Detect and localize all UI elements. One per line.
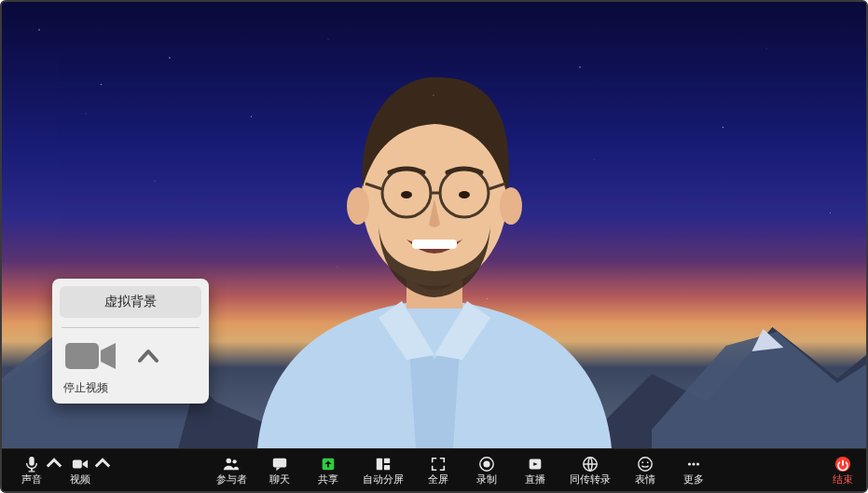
svg-point-5 xyxy=(401,191,412,199)
share-label: 共享 xyxy=(318,474,338,485)
svg-point-1 xyxy=(347,187,369,225)
video-label: 视频 xyxy=(70,474,90,485)
svg-rect-11 xyxy=(28,471,34,472)
svg-rect-10 xyxy=(31,469,33,472)
fullscreen-label: 全屏 xyxy=(428,474,448,485)
camera-icon[interactable] xyxy=(65,339,117,373)
toolbar: 声音 视频 参与者 聊天 共享 自动分 xyxy=(2,448,866,491)
participants-label: 参与者 xyxy=(216,474,247,485)
svg-point-14 xyxy=(232,459,236,463)
svg-rect-8 xyxy=(65,343,99,369)
chevron-up-icon[interactable] xyxy=(93,455,103,464)
auto-layout-label: 自动分屏 xyxy=(363,474,404,485)
video-area: 虚拟背景 停止视频 xyxy=(2,2,866,448)
toolbar-center: 参与者 聊天 共享 自动分屏 全屏 录制 xyxy=(207,449,718,491)
virtual-background-button[interactable]: 虚拟背景 xyxy=(60,286,201,318)
svg-point-28 xyxy=(692,462,695,465)
svg-rect-7 xyxy=(412,240,457,249)
more-button[interactable]: 更多 xyxy=(669,449,718,491)
svg-point-4 xyxy=(440,169,489,217)
svg-rect-9 xyxy=(29,457,34,466)
auto-layout-button[interactable]: 自动分屏 xyxy=(352,449,414,491)
share-button[interactable]: 共享 xyxy=(304,449,352,491)
record-label: 录制 xyxy=(476,474,497,485)
svg-rect-12 xyxy=(73,460,82,469)
svg-point-21 xyxy=(483,460,489,467)
interpretation-button[interactable]: 同传转录 xyxy=(559,449,621,491)
chevron-up-icon[interactable] xyxy=(138,346,158,366)
svg-point-27 xyxy=(688,462,691,465)
svg-point-13 xyxy=(227,459,231,463)
video-submenu: 虚拟背景 停止视频 xyxy=(52,279,209,404)
live-label: 直播 xyxy=(525,474,545,485)
end-label: 结束 xyxy=(833,474,853,485)
svg-rect-18 xyxy=(384,459,390,463)
live-button[interactable]: 直播 xyxy=(511,449,559,491)
end-button[interactable]: 结束 xyxy=(820,449,865,491)
svg-point-24 xyxy=(639,458,652,471)
interpretation-label: 同传转录 xyxy=(570,474,611,485)
participants-button[interactable]: 参与者 xyxy=(207,449,255,491)
menu-divider xyxy=(62,327,200,328)
svg-rect-19 xyxy=(384,465,390,470)
audio-label: 声音 xyxy=(21,474,42,485)
svg-rect-17 xyxy=(377,459,382,471)
fullscreen-button[interactable]: 全屏 xyxy=(414,449,462,491)
background-mountains xyxy=(2,290,866,448)
svg-point-6 xyxy=(459,191,470,199)
toolbar-right: 结束 xyxy=(820,449,865,491)
svg-point-3 xyxy=(382,169,431,217)
svg-point-2 xyxy=(500,187,522,225)
participant-video xyxy=(220,20,649,448)
stop-video-label: 停止视频 xyxy=(60,380,201,396)
svg-point-25 xyxy=(641,461,643,463)
more-label: 更多 xyxy=(683,474,704,485)
record-button[interactable]: 录制 xyxy=(462,449,511,491)
svg-rect-31 xyxy=(842,460,844,466)
toolbar-left: 声音 视频 xyxy=(7,449,104,491)
reactions-button[interactable]: 表情 xyxy=(621,449,669,491)
meeting-window: 虚拟背景 停止视频 声音 视频 xyxy=(0,0,868,493)
svg-point-0 xyxy=(362,107,507,286)
virtual-background-label: 虚拟背景 xyxy=(104,294,157,308)
reactions-label: 表情 xyxy=(635,474,655,485)
chevron-up-icon[interactable] xyxy=(45,455,54,464)
chat-label: 聊天 xyxy=(269,474,290,485)
audio-button[interactable]: 声音 xyxy=(7,449,56,491)
chat-button[interactable]: 聊天 xyxy=(255,449,304,491)
video-button[interactable]: 视频 xyxy=(56,449,104,491)
svg-point-26 xyxy=(647,461,649,463)
svg-point-29 xyxy=(696,462,699,465)
svg-rect-15 xyxy=(273,459,286,468)
